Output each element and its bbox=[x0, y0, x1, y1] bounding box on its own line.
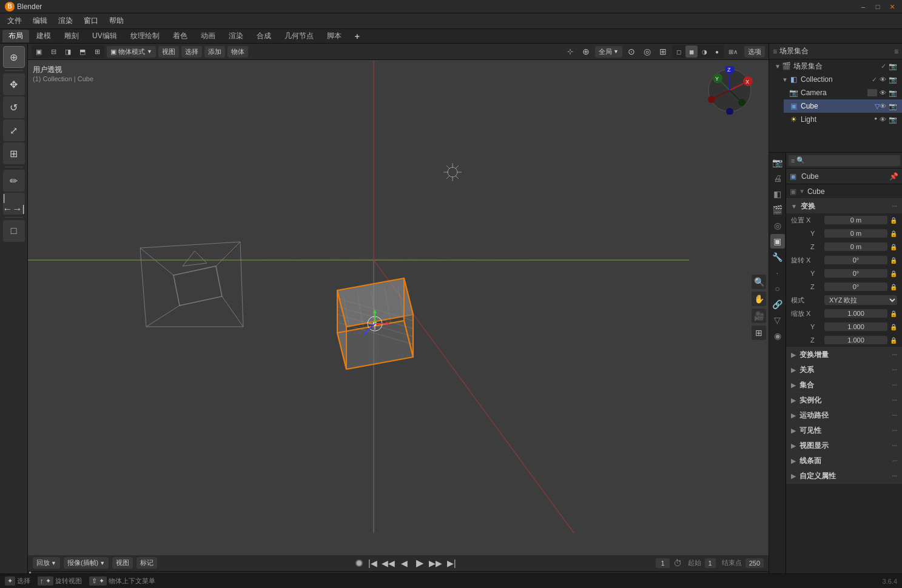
tab-texture[interactable]: 纹理绘制 bbox=[124, 30, 166, 42]
outliner-cube[interactable]: ▣ Cube ▽ 👁 📷 bbox=[784, 99, 902, 113]
rotation-z-input[interactable]: 0° bbox=[824, 282, 887, 291]
cam-vis-icon[interactable]: 👁 bbox=[880, 89, 886, 97]
outliner-camera[interactable]: 📷 Camera 👁 📷 bbox=[784, 86, 902, 99]
scale-z-input[interactable]: 1.000 bbox=[824, 336, 887, 344]
scale-y-input[interactable]: 1.000 bbox=[824, 322, 887, 331]
scale-z-lock[interactable]: 🔒 bbox=[890, 337, 897, 344]
menu-window[interactable]: 窗口 bbox=[79, 15, 103, 27]
coll-render-icon[interactable]: 📷 bbox=[889, 76, 897, 84]
tool-transform[interactable]: ⊞ bbox=[3, 142, 25, 164]
outliner-filter-icon[interactable]: ≡ bbox=[894, 47, 898, 56]
scale-y-lock[interactable]: 🔒 bbox=[890, 324, 897, 330]
tab-sculpt[interactable]: 雕刻 bbox=[58, 30, 85, 42]
viewport-icon-5[interactable]: ⊞ bbox=[90, 45, 104, 58]
custom-props-header[interactable]: ▶ 自定义属性 ··· bbox=[786, 469, 902, 483]
outliner-scene[interactable]: ▼ 🎬 场景集合 ✓ 📷 bbox=[769, 59, 902, 73]
viewport-global-icon[interactable]: ⊕ bbox=[579, 45, 593, 58]
tab-geometry-nodes[interactable]: 几何节点 bbox=[278, 30, 320, 42]
rot-x-lock[interactable]: 🔒 bbox=[890, 257, 897, 264]
viewport-solid-btn[interactable]: ◼ bbox=[685, 45, 698, 58]
menu-help[interactable]: 帮助 bbox=[104, 15, 129, 27]
props-viewlayer-icon[interactable]: ◧ bbox=[770, 187, 785, 201]
menu-render[interactable]: 渲染 bbox=[53, 15, 78, 27]
props-material-icon[interactable]: ◉ bbox=[770, 329, 785, 343]
tab-scripting[interactable]: 脚本 bbox=[321, 30, 348, 42]
relations-header[interactable]: ▶ 关系 ··· bbox=[786, 362, 902, 377]
light-render-icon[interactable]: 📷 bbox=[889, 116, 897, 124]
viewport-overlay-toggle[interactable]: ⊞∧ bbox=[726, 45, 739, 58]
location-x-input[interactable]: 0 m bbox=[824, 216, 887, 224]
viewport-select-btn[interactable]: 选择 bbox=[181, 46, 202, 58]
zoom-in-icon[interactable]: 🔍 bbox=[752, 275, 766, 289]
menu-file[interactable]: 文件 bbox=[2, 15, 27, 27]
coll-check-icon[interactable]: ✓ bbox=[872, 76, 877, 84]
outliner-collection[interactable]: ▼ ◧ Collection ✓ 👁 📷 bbox=[776, 73, 902, 86]
tool-cursor[interactable]: ⊕ bbox=[3, 46, 25, 68]
viewport-material-btn[interactable]: ◑ bbox=[698, 45, 710, 58]
props-scene-icon[interactable]: 🎬 bbox=[770, 202, 785, 217]
step-back-btn[interactable]: ◀◀ bbox=[382, 557, 394, 569]
cube-vis-icon[interactable]: 👁 bbox=[880, 102, 886, 110]
tab-compositing[interactable]: 合成 bbox=[251, 30, 277, 42]
current-frame-display[interactable]: 1 bbox=[656, 558, 669, 568]
maximize-button[interactable]: □ bbox=[873, 2, 883, 12]
motion-paths-header[interactable]: ▶ 运动路径 ··· bbox=[786, 408, 902, 423]
transform-menu-icon[interactable]: ··· bbox=[892, 203, 897, 210]
tool-scale[interactable]: ⤢ bbox=[3, 119, 25, 141]
grid-view-icon[interactable]: ⊞ bbox=[752, 326, 766, 340]
viewport-object-btn[interactable]: 物体 bbox=[227, 46, 248, 58]
line-art-menu-icon[interactable]: ··· bbox=[892, 458, 897, 464]
props-physics-icon[interactable]: ○ bbox=[770, 281, 785, 296]
motion-paths-menu-icon[interactable]: ··· bbox=[892, 412, 897, 419]
outliner-light[interactable]: ☀ Light ● 👁 📷 bbox=[784, 113, 902, 126]
tab-render[interactable]: 渲染 bbox=[223, 30, 249, 42]
props-data-icon[interactable]: ▽ bbox=[770, 313, 785, 327]
viewport-render-btn[interactable]: ● bbox=[711, 45, 723, 58]
tool-move[interactable]: ✥ bbox=[3, 73, 25, 95]
scene-toggle[interactable]: ▼ bbox=[774, 62, 781, 70]
viewport-overlay-icon[interactable]: ⊞ bbox=[656, 45, 670, 58]
minimize-button[interactable]: – bbox=[858, 2, 868, 12]
tab-uv[interactable]: UV编辑 bbox=[86, 30, 123, 42]
delta-menu-icon[interactable]: ··· bbox=[892, 352, 897, 358]
relations-menu-icon[interactable]: ··· bbox=[892, 367, 897, 373]
end-frame-input[interactable]: 250 bbox=[745, 558, 764, 568]
navigation-gizmo[interactable]: X Y Z bbox=[705, 66, 754, 115]
jump-end-btn[interactable]: ▶| bbox=[445, 557, 457, 569]
loc-x-lock[interactable]: 🔒 bbox=[890, 217, 897, 224]
location-y-input[interactable]: 0 m bbox=[824, 229, 887, 238]
timeline-playback-btn[interactable]: 回放 ▼ bbox=[33, 557, 60, 569]
step-fwd-btn[interactable]: ▶▶ bbox=[429, 557, 442, 569]
line-art-header[interactable]: ▶ 线条面 ··· bbox=[786, 453, 902, 468]
viewport-icon-2[interactable]: ⊟ bbox=[47, 45, 60, 58]
tab-animation[interactable]: 动画 bbox=[195, 30, 221, 42]
timeline-view-btn[interactable]: 视图 bbox=[112, 557, 133, 569]
props-constraints-icon[interactable]: 🔗 bbox=[770, 297, 785, 312]
menu-edit[interactable]: 编辑 bbox=[28, 15, 52, 27]
3d-viewport[interactable]: 用户透视 (1) Collection | Cube X bbox=[28, 60, 769, 555]
props-particles-icon[interactable]: · bbox=[770, 266, 785, 280]
viewport-snap-icon[interactable]: ⊙ bbox=[625, 45, 638, 58]
viewport-search-icon[interactable]: ⊹ bbox=[564, 45, 577, 58]
start-frame-input[interactable]: 1 bbox=[705, 558, 716, 568]
rotation-x-input[interactable]: 0° bbox=[824, 256, 887, 264]
scene-vis-icon[interactable]: ✓ bbox=[881, 62, 886, 70]
tab-add[interactable]: + bbox=[349, 30, 366, 42]
viewport-prop-icon[interactable]: ◎ bbox=[641, 45, 654, 58]
viewport-icon-1[interactable]: ▣ bbox=[32, 45, 45, 58]
collections-menu-icon[interactable]: ··· bbox=[892, 382, 897, 389]
tab-layout[interactable]: 布局 bbox=[2, 30, 29, 42]
rot-z-lock[interactable]: 🔒 bbox=[890, 284, 897, 290]
coll-vis-icon[interactable]: 👁 bbox=[880, 76, 886, 84]
props-modifier-icon[interactable]: 🔧 bbox=[770, 250, 785, 264]
instancing-header[interactable]: ▶ 实例化 ··· bbox=[786, 393, 902, 407]
cam-thumb[interactable] bbox=[867, 89, 877, 96]
viewport-wire-btn[interactable]: ◻ bbox=[673, 45, 685, 58]
collections-header[interactable]: ▶ 集合 ··· bbox=[786, 378, 902, 392]
rot-y-lock[interactable]: 🔒 bbox=[890, 270, 897, 277]
scale-x-input[interactable]: 1.000 bbox=[824, 309, 887, 318]
rotation-y-input[interactable]: 0° bbox=[824, 269, 887, 278]
props-output-icon[interactable]: 🖨 bbox=[770, 171, 785, 185]
timeline-markers-btn[interactable]: 标记 bbox=[136, 557, 157, 569]
cube-render-icon[interactable]: 📷 bbox=[889, 102, 897, 110]
